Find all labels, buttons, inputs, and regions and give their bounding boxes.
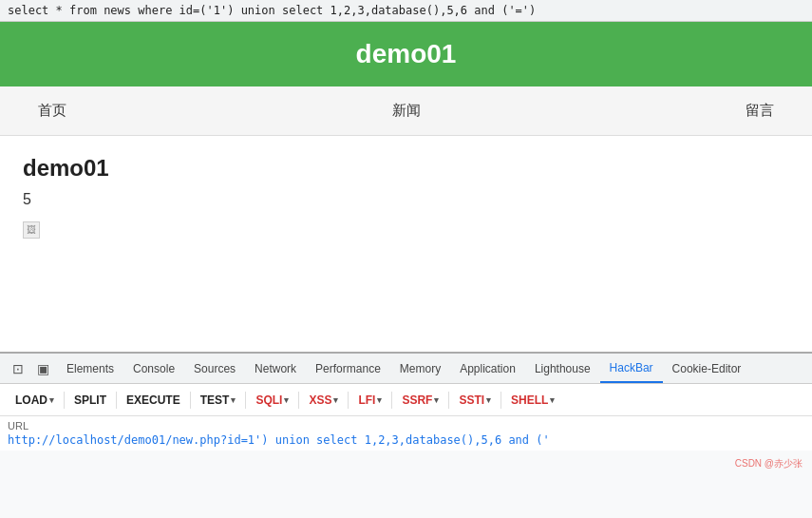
separator-4 — [245, 392, 246, 409]
xss-arrow-icon: ▾ — [333, 395, 338, 405]
hackbar-url-label: URL — [8, 420, 804, 432]
content-heading: demo01 — [23, 155, 789, 182]
hackbar-xss-button[interactable]: XSS ▾ — [301, 391, 346, 410]
tab-elements[interactable]: Elements — [57, 354, 123, 383]
ssti-arrow-icon: ▾ — [486, 395, 491, 405]
hackbar-url-value[interactable]: http://localhost/demo01/new.php?id=1') u… — [8, 433, 804, 447]
tab-memory[interactable]: Memory — [390, 354, 450, 383]
separator-7 — [391, 392, 392, 409]
hackbar-split-button[interactable]: SPLIT — [66, 391, 114, 410]
tab-performance[interactable]: Performance — [306, 354, 390, 383]
devtools-device-icon[interactable]: ▣ — [32, 358, 53, 379]
hackbar-ssti-button[interactable]: SSTI ▾ — [451, 391, 499, 410]
hackbar-shell-button[interactable]: SHELL ▾ — [503, 391, 562, 410]
shell-arrow-icon: ▾ — [550, 395, 555, 405]
tab-console[interactable]: Console — [123, 354, 184, 383]
url-bar: select * from news where id=('1') union … — [0, 0, 812, 22]
ssrf-arrow-icon: ▾ — [434, 395, 439, 405]
hackbar-load-button[interactable]: LOAD ▾ — [8, 391, 62, 410]
load-arrow-icon: ▾ — [49, 395, 54, 405]
hackbar-execute-button[interactable]: EXECUTE — [119, 391, 188, 410]
tab-cookie-editor[interactable]: Cookie-Editor — [663, 354, 751, 383]
main-content: demo01 5 🖼 — [0, 136, 812, 258]
page-area: demo01 首页 新闻 留言 demo01 5 🖼 — [0, 22, 812, 359]
hackbar-toolbar: LOAD ▾ SPLIT EXECUTE TEST ▾ SQLI ▾ XSS ▾… — [0, 384, 812, 416]
separator-5 — [298, 392, 299, 409]
tab-application[interactable]: Application — [450, 354, 525, 383]
tab-lighthouse[interactable]: Lighthouse — [525, 354, 600, 383]
hackbar-lfi-button[interactable]: LFI ▾ — [350, 391, 389, 410]
devtools-panel: ⊡ ▣ Elements Console Sources Network Per… — [0, 352, 812, 518]
sqli-arrow-icon: ▾ — [284, 395, 289, 405]
hackbar-test-button[interactable]: TEST ▾ — [193, 391, 244, 410]
separator-6 — [348, 392, 349, 409]
devtools-inspect-icon[interactable]: ⊡ — [8, 358, 28, 379]
site-header: demo01 — [0, 22, 812, 86]
separator-1 — [64, 392, 65, 409]
broken-image: 🖼 — [23, 221, 40, 239]
test-arrow-icon: ▾ — [231, 395, 236, 405]
tab-network[interactable]: Network — [245, 354, 306, 383]
content-number: 5 — [23, 191, 789, 208]
url-bar-text: select * from news where id=('1') union … — [8, 4, 536, 17]
separator-2 — [116, 392, 117, 409]
nav-bar: 首页 新闻 留言 — [0, 86, 812, 136]
nav-item-home[interactable]: 首页 — [19, 96, 85, 125]
nav-item-news[interactable]: 新闻 — [85, 96, 727, 125]
separator-8 — [448, 392, 449, 409]
hackbar-ssrf-button[interactable]: SSRF ▾ — [394, 391, 446, 410]
hackbar-url-section: URL http://localhost/demo01/new.php?id=1… — [0, 416, 812, 451]
hackbar-sqli-button[interactable]: SQLI ▾ — [248, 391, 296, 410]
site-title: demo01 — [17, 39, 795, 69]
watermark: CSDN @赤少张 — [735, 457, 803, 470]
tab-sources[interactable]: Sources — [184, 354, 245, 383]
separator-3 — [190, 392, 191, 409]
separator-9 — [500, 392, 501, 409]
tab-hackbar[interactable]: HackBar — [600, 354, 663, 383]
lfi-arrow-icon: ▾ — [377, 395, 382, 405]
nav-item-comment[interactable]: 留言 — [727, 96, 793, 125]
devtools-tab-bar: ⊡ ▣ Elements Console Sources Network Per… — [0, 354, 812, 384]
